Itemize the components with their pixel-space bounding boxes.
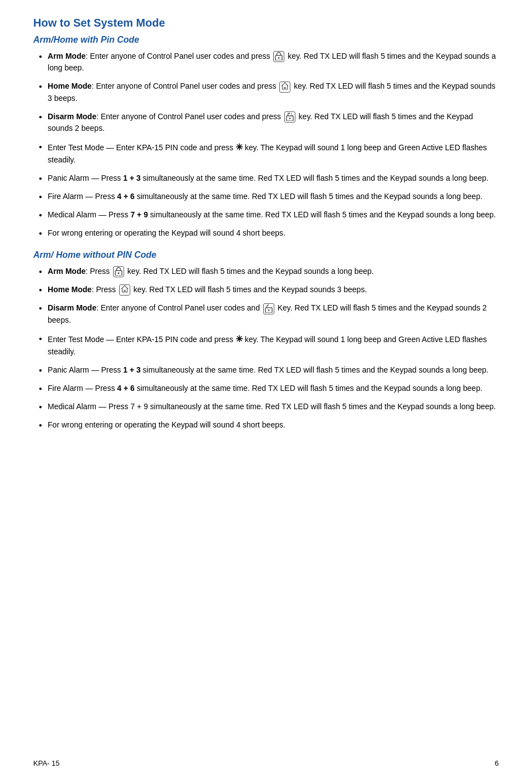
- section1-heading: Arm/Home with Pin Code: [33, 35, 499, 45]
- list-item: Arm Mode: Enter anyone of Control Panel …: [39, 50, 499, 74]
- medical-alarm-pin-content: Medical Alarm — Press 7 + 9 simultaneous…: [48, 209, 499, 221]
- section2-list: Arm Mode: Press key. Red TX LED will fla…: [39, 266, 499, 431]
- asterisk-icon: ✳: [236, 142, 243, 152]
- home-icon-2: [119, 284, 130, 296]
- lock-icon: [273, 51, 284, 62]
- list-item: Home Mode: Press key. Red TX LED will fl…: [39, 284, 499, 296]
- list-item: Enter Test Mode — Enter KPA-15 PIN code …: [39, 141, 499, 166]
- test-mode-nopin-content: Enter Test Mode — Enter KPA-15 PIN code …: [48, 333, 499, 358]
- page-title: How to Set System Mode: [33, 17, 499, 29]
- footer-right: 6: [495, 759, 499, 767]
- fire-keys: 4 + 6: [117, 192, 135, 201]
- fire-alarm-pin-content: Fire Alarm — Press 4 + 6 simultaneously …: [48, 191, 499, 202]
- home-mode-nopin-content: Home Mode: Press key. Red TX LED will fl…: [48, 284, 499, 296]
- svg-point-6: [117, 272, 119, 274]
- list-item: Disarm Mode: Enter anyone of Control Pan…: [39, 111, 499, 134]
- home-icon: [279, 82, 290, 93]
- disarm-mode-nopin-content: Disarm Mode: Enter anyone of Control Pan…: [48, 302, 499, 325]
- list-item: For wrong entering or operating the Keyp…: [39, 227, 499, 239]
- svg-point-8: [268, 309, 269, 311]
- list-item: Panic Alarm — Press 1 + 3 simultaneously…: [39, 172, 499, 184]
- list-item: Medical Alarm — Press 7 + 9 simultaneous…: [39, 401, 499, 413]
- list-item: Enter Test Mode — Enter KPA-15 PIN code …: [39, 333, 499, 358]
- medical-keys: 7 + 9: [130, 210, 148, 219]
- disarm-icon-2: [263, 303, 274, 314]
- wrong-entry-pin-content: For wrong entering or operating the Keyp…: [48, 227, 499, 239]
- list-item: For wrong entering or operating the Keyp…: [39, 419, 499, 431]
- list-item: Medical Alarm — Press 7 + 9 simultaneous…: [39, 209, 499, 221]
- arm-mode-label: Arm Mode: [48, 52, 85, 60]
- home-mode-label: Home Mode: [48, 82, 91, 90]
- section2-heading: Arm/ Home without PIN Code: [33, 250, 499, 260]
- panic-keys-nopin: 1 + 3: [123, 365, 141, 374]
- disarm-icon: [284, 111, 295, 123]
- list-item: Arm Mode: Press key. Red TX LED will fla…: [39, 266, 499, 277]
- list-item: Panic Alarm — Press 1 + 3 simultaneously…: [39, 364, 499, 376]
- panic-alarm-pin-content: Panic Alarm — Press 1 + 3 simultaneously…: [48, 172, 499, 184]
- medical-alarm-nopin-content: Medical Alarm — Press 7 + 9 simultaneous…: [48, 401, 499, 413]
- fire-keys-nopin: 4 + 6: [117, 384, 135, 393]
- list-item: Home Mode: Enter anyone of Control Panel…: [39, 80, 499, 104]
- arm-mode-nopin-content: Arm Mode: Press key. Red TX LED will fla…: [48, 266, 499, 277]
- footer: KPA- 15 6: [33, 759, 499, 767]
- fire-alarm-nopin-content: Fire Alarm — Press 4 + 6 simultaneously …: [48, 383, 499, 394]
- arm-mode-nopin-label: Arm Mode: [48, 267, 85, 276]
- disarm-mode-nopin-label: Disarm Mode: [48, 303, 96, 312]
- list-item: Fire Alarm — Press 4 + 6 simultaneously …: [39, 383, 499, 394]
- panic-keys: 1 + 3: [123, 174, 141, 182]
- home-mode-nopin-label: Home Mode: [48, 285, 91, 294]
- list-item: Disarm Mode: Enter anyone of Control Pan…: [39, 302, 499, 325]
- asterisk-icon-2: ✳: [236, 334, 243, 344]
- disarm-mode-label: Disarm Mode: [48, 112, 96, 121]
- section1-list: Arm Mode: Enter anyone of Control Panel …: [39, 50, 499, 239]
- disarm-mode-pin-content: Disarm Mode: Enter anyone of Control Pan…: [48, 111, 499, 134]
- arm-mode-pin-content: Arm Mode: Enter anyone of Control Panel …: [48, 50, 499, 74]
- panic-alarm-nopin-content: Panic Alarm — Press 1 + 3 simultaneously…: [48, 364, 499, 376]
- test-mode-pin-content: Enter Test Mode — Enter KPA-15 PIN code …: [48, 141, 499, 166]
- svg-point-3: [289, 118, 290, 119]
- lock-icon-2: [113, 266, 124, 277]
- home-mode-pin-content: Home Mode: Enter anyone of Control Panel…: [48, 80, 499, 104]
- footer-left: KPA- 15: [33, 759, 59, 767]
- svg-point-1: [278, 57, 280, 59]
- list-item: Fire Alarm — Press 4 + 6 simultaneously …: [39, 191, 499, 202]
- wrong-entry-nopin-content: For wrong entering or operating the Keyp…: [48, 419, 499, 431]
